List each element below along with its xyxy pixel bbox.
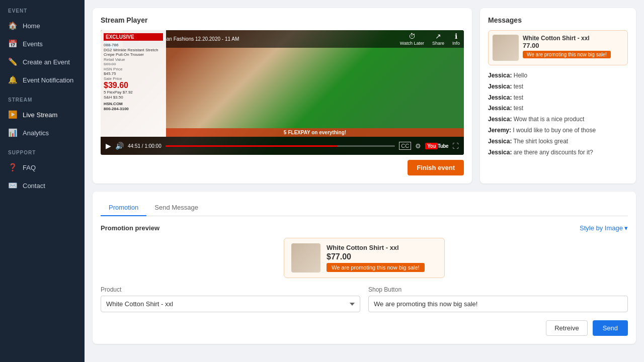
top-row: Stream Player HSN HSN | Diane Gilman Fas… — [93, 8, 636, 184]
shop-button-input[interactable] — [368, 296, 628, 312]
promo-preview-title: Promotion preview — [101, 224, 159, 232]
play-button[interactable]: ▶ — [106, 142, 111, 150]
video-promo-box: EXCLUSIVE 088-786 DG2 Wrinkle Resistant … — [101, 30, 166, 137]
sidebar-item-analytics[interactable]: 📊 Analytics — [0, 124, 85, 142]
promo-item-code: 088-786 — [104, 43, 163, 47]
sidebar-section-event: EVENT — [0, 0, 85, 17]
promo-preview-box: White Cotton Shirt - xxl $77.00 We are p… — [101, 238, 628, 278]
sidebar-label-events: Events — [23, 40, 43, 48]
product-label: Product — [101, 286, 360, 293]
sidebar-item-events[interactable]: 📅 Events — [0, 35, 85, 53]
chat-author: Jessica: — [488, 72, 512, 79]
calendar-icon: 📅 — [8, 39, 18, 48]
share-action[interactable]: ↗ Share — [432, 32, 444, 46]
chat-author: Jessica: — [488, 149, 512, 156]
watch-later-icon: ⏱ — [409, 32, 416, 40]
promo-sale-label: Sale Price — [104, 76, 163, 81]
share-icon: ↗ — [435, 32, 441, 40]
watch-later-action[interactable]: ⏱ Watch Later — [400, 32, 424, 46]
finish-btn-row: Finish event — [101, 160, 464, 175]
info-icon: ℹ — [455, 32, 457, 40]
promotion-card: Promotion Send Message Promotion preview… — [93, 192, 636, 344]
sidebar-item-home[interactable]: 🏠 Home — [0, 17, 85, 35]
tab-promotion[interactable]: Promotion — [101, 200, 146, 216]
sidebar-label-create-event: Create an Event — [23, 58, 70, 66]
contact-icon: ✉️ — [8, 181, 18, 190]
video-banner: 5 FLEXPAY on everything! — [166, 128, 464, 137]
progress-bar-fill — [166, 145, 338, 147]
promo-hsn-price: $45.75 — [104, 71, 163, 76]
promo-preview-info: White Cotton Shirt - xxl $77.00 We are p… — [327, 244, 425, 272]
sidebar-section-stream: STREAM — [0, 89, 85, 106]
chat-messages: Jessica: HelloJessica: testJessica: test… — [488, 71, 628, 175]
stream-icon: ▶️ — [8, 110, 18, 119]
promo-sale-price: $39.60 — [104, 81, 163, 90]
promo-preview-image — [291, 243, 320, 273]
player-title: Stream Player — [101, 16, 464, 24]
promo-notif-badge: We are promoting this now big sale! — [523, 51, 611, 58]
sidebar-item-event-notification[interactable]: 🔔 Event Notification — [0, 71, 85, 89]
video-scene: HSN HSN | Diane Gilman Fashions 12.20.20… — [101, 30, 464, 155]
sidebar-item-faq[interactable]: ❓ FAQ — [0, 158, 85, 176]
chat-message: Jeremy: I would like to buy one of those — [488, 126, 628, 135]
chat-author: Jessica: — [488, 138, 512, 145]
promo-preview-header: Promotion preview Style by Image ▾ — [101, 224, 628, 232]
tab-send-message[interactable]: Send Message — [146, 200, 206, 216]
volume-button[interactable]: 🔊 — [115, 142, 124, 150]
promo-sh: S&H $3.50 — [104, 95, 163, 100]
video-top-actions: ⏱ Watch Later ↗ Share ℹ Info — [400, 32, 460, 46]
sidebar-item-live-stream[interactable]: ▶️ Live Stream — [0, 106, 85, 124]
finish-event-button[interactable]: Finish event — [408, 160, 464, 175]
chat-author: Jessica: — [488, 83, 512, 90]
sidebar-section-support: SUPPORT — [0, 142, 85, 158]
messages-card: Messages White Cotton Shirt - xxl 77.00 … — [480, 8, 636, 184]
chevron-down-icon: ▾ — [624, 224, 628, 232]
product-select[interactable]: White Cotton Shirt - xxl — [101, 296, 360, 312]
video-container[interactable]: HSN HSN | Diane Gilman Fashions 12.20.20… — [101, 30, 464, 155]
chat-message: Jessica: test — [488, 94, 628, 102]
youtube-logo: YouTube — [425, 143, 448, 149]
promo-notif-content: White Cotton Shirt - xxl 77.00 We are pr… — [523, 35, 623, 61]
promo-retail-price: $69.00 — [104, 62, 163, 66]
time-display: 44:51 / 1:00:00 — [128, 143, 162, 149]
bell-icon: 🔔 — [8, 75, 18, 84]
promo-flexpay: 5 FlexPay $7.92 — [104, 90, 163, 95]
shop-button-form-group: Shop Button — [368, 286, 628, 312]
sidebar-label-contact: Contact — [23, 182, 45, 190]
promo-card-preview: White Cotton Shirt - xxl $77.00 We are p… — [284, 238, 445, 278]
cc-icon[interactable]: CC — [399, 142, 411, 150]
product-form-group: Product White Cotton Shirt - xxl — [101, 286, 360, 312]
sidebar-label-live-stream: Live Stream — [23, 111, 57, 119]
create-icon: ✏️ — [8, 57, 18, 66]
sidebar-item-contact[interactable]: ✉️ Contact — [0, 176, 85, 195]
home-icon: 🏠 — [8, 21, 18, 30]
analytics-icon: 📊 — [8, 128, 18, 137]
player-card: Stream Player HSN HSN | Diane Gilman Fas… — [93, 8, 472, 184]
promo-notif-image — [493, 35, 519, 61]
sidebar-item-create-event[interactable]: ✏️ Create an Event — [0, 53, 85, 71]
chat-author: Jessica: — [488, 105, 512, 112]
shop-button-label: Shop Button — [368, 286, 628, 293]
chat-author: Jeremy: — [488, 127, 511, 134]
promo-item-name: DG2 Wrinkle Resistant Stretch Crepe Pull… — [104, 48, 163, 57]
promo-notif-title: White Cotton Shirt - xxl — [523, 35, 623, 42]
promo-hsn-label: HSN Price — [104, 67, 163, 71]
fullscreen-icon[interactable]: ⛶ — [452, 142, 459, 150]
main-content: Stream Player HSN HSN | Diane Gilman Fas… — [85, 0, 644, 362]
promo-notification: White Cotton Shirt - xxl 77.00 We are pr… — [488, 30, 628, 65]
action-row: Retreive Send — [101, 320, 628, 336]
sidebar-label-analytics: Analytics — [23, 129, 49, 137]
send-button[interactable]: Send — [593, 320, 628, 336]
chat-message: Jessica: The shirt looks great — [488, 137, 628, 146]
video-top-bar: HSN | Diane Gilman Fashions 12.20.2020 -… — [123, 30, 464, 48]
video-controls: ▶ 🔊 44:51 / 1:00:00 CC ⚙ YouTube ⛶ — [101, 137, 464, 155]
chat-message: Jessica: are there any discounts for it? — [488, 148, 628, 157]
progress-bar[interactable] — [166, 145, 395, 147]
retrieve-button[interactable]: Retreive — [546, 320, 587, 336]
info-action[interactable]: ℹ Info — [452, 32, 460, 46]
messages-title: Messages — [488, 16, 628, 24]
settings-icon[interactable]: ⚙ — [415, 142, 421, 150]
promo-website: HSN.COM — [104, 102, 163, 106]
chat-message: Jessica: test — [488, 82, 628, 91]
style-by-image-button[interactable]: Style by Image ▾ — [580, 224, 628, 232]
